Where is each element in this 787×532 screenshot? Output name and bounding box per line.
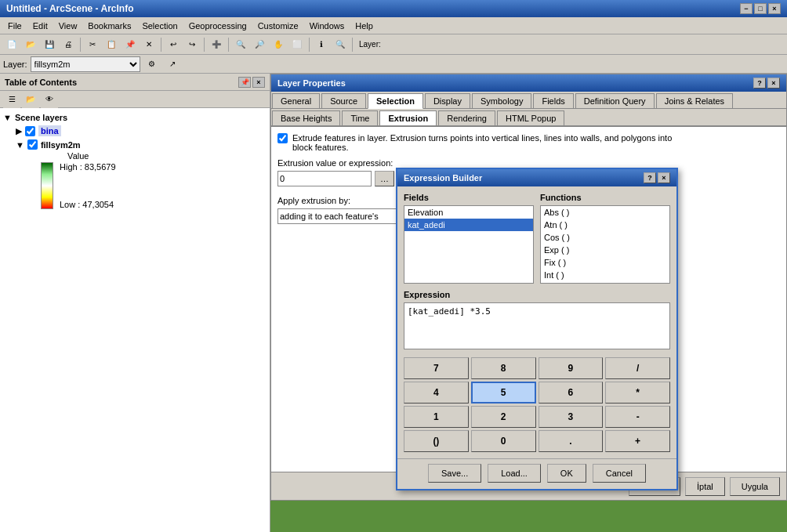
calc-9[interactable]: 9 xyxy=(539,357,604,379)
map-area: Layer Properties ? × General Source Sele… xyxy=(270,74,787,532)
expr-close-btn[interactable]: × xyxy=(658,172,670,183)
layer-label-static: Layer: xyxy=(359,40,381,49)
find-btn[interactable]: 🔍 xyxy=(332,36,349,53)
field-elevation[interactable]: Elevation xyxy=(404,206,533,219)
calc-2[interactable]: 2 xyxy=(471,406,536,428)
calc-dot[interactable]: . xyxy=(539,430,604,452)
bina-checkbox[interactable] xyxy=(25,126,35,136)
func-int[interactable]: Int ( ) xyxy=(541,269,669,281)
scene-expand-icon[interactable]: ▼ xyxy=(3,113,12,122)
layer-select-btn[interactable]: ↗ xyxy=(164,56,181,73)
expression-section: Expression [kat_adedi] *3.5 xyxy=(404,290,670,351)
menu-bookmarks[interactable]: Bookmarks xyxy=(83,20,136,32)
load-button[interactable]: Load... xyxy=(488,464,541,483)
fillsym2m-layer-name[interactable]: fillsym2m xyxy=(41,140,81,150)
menu-windows[interactable]: Windows xyxy=(305,20,350,32)
ok-button[interactable]: OK xyxy=(547,464,586,483)
bina-expand-icon[interactable]: ▶ xyxy=(16,126,22,136)
full-extent-btn[interactable]: ⬜ xyxy=(288,36,306,53)
expression-builder-dialog: Expression Builder ? × Fields Elevation … xyxy=(396,168,678,490)
undo-btn[interactable]: ↩ xyxy=(165,36,182,53)
toc-list-view-btn[interactable]: ☰ xyxy=(3,91,20,108)
calc-8[interactable]: 8 xyxy=(471,357,536,379)
calc-0[interactable]: 0 xyxy=(471,430,536,452)
menu-file[interactable]: File xyxy=(3,20,27,32)
layer-bar: Layer: fillsym2m ⚙ ↗ xyxy=(0,55,787,74)
add-data-btn[interactable]: ➕ xyxy=(208,36,225,53)
dialog-body: Fields Elevation kat_adedi Functions Abs… xyxy=(397,186,676,458)
calc-6[interactable]: 6 xyxy=(539,382,604,404)
zoom-in-btn[interactable]: 🔍 xyxy=(232,36,249,53)
menu-edit[interactable]: Edit xyxy=(28,20,53,32)
copy-btn[interactable]: 📋 xyxy=(103,36,120,53)
save-btn[interactable]: 💾 xyxy=(41,36,58,53)
fillsym2m-checkbox[interactable] xyxy=(27,139,38,150)
app-title: Untitled - ArcScene - ArcInfo xyxy=(6,3,133,14)
sep5 xyxy=(309,38,310,52)
toc-panel: Table of Contents 📌 × ☰ 📂 👁 ▼ Scene laye… xyxy=(0,74,270,532)
calc-paren[interactable]: () xyxy=(404,430,469,452)
toc-source-view-btn[interactable]: 📂 xyxy=(22,91,39,108)
menu-view[interactable]: View xyxy=(54,20,82,32)
identify-btn[interactable]: ℹ xyxy=(313,36,330,53)
save-button[interactable]: Save... xyxy=(428,464,481,483)
sep2 xyxy=(161,38,161,52)
layer-label: Layer: xyxy=(3,60,27,69)
menu-bar: File Edit View Bookmarks Selection Geopr… xyxy=(0,17,787,34)
open-btn[interactable]: 📂 xyxy=(22,36,39,53)
menu-selection[interactable]: Selection xyxy=(137,20,182,32)
toc-controls: 📌 × xyxy=(238,77,265,88)
func-atn[interactable]: Atn ( ) xyxy=(541,219,669,231)
sep1 xyxy=(80,38,81,52)
calc-4[interactable]: 4 xyxy=(404,382,469,404)
toc-pin-btn[interactable]: 📌 xyxy=(238,77,251,88)
fillsym2m-legend: Value High : 83,5679 Low : 47,3054 xyxy=(41,151,267,209)
calc-plus[interactable]: + xyxy=(605,430,670,452)
fields-label: Fields xyxy=(404,193,534,202)
toc-visibility-btn[interactable]: 👁 xyxy=(41,91,58,108)
sep3 xyxy=(204,38,205,52)
cut-btn[interactable]: ✂ xyxy=(84,36,101,53)
print-btn[interactable]: 🖨 xyxy=(60,36,77,53)
fields-list[interactable]: Elevation kat_adedi xyxy=(404,205,534,284)
calc-mul[interactable]: * xyxy=(605,382,670,404)
calc-3[interactable]: 3 xyxy=(539,406,604,428)
functions-list[interactable]: Abs ( ) Atn ( ) Cos ( ) Exp ( ) Fix ( ) … xyxy=(540,205,670,284)
redo-btn[interactable]: ↪ xyxy=(183,36,201,53)
maximize-button[interactable]: □ xyxy=(754,3,767,14)
expr-help-btn[interactable]: ? xyxy=(644,172,656,183)
legend-value-label: Value xyxy=(67,151,89,161)
calc-1[interactable]: 1 xyxy=(404,406,469,428)
minimize-button[interactable]: − xyxy=(740,3,753,14)
calc-minus[interactable]: - xyxy=(605,406,670,428)
func-fix[interactable]: Fix ( ) xyxy=(541,256,669,269)
fields-col: Fields Elevation kat_adedi xyxy=(404,193,534,284)
expression-input[interactable]: [kat_adedi] *3.5 xyxy=(404,302,670,349)
field-kat-adedi[interactable]: kat_adedi xyxy=(404,219,533,231)
delete-btn[interactable]: ✕ xyxy=(140,36,158,53)
func-abs[interactable]: Abs ( ) xyxy=(541,206,669,219)
layer-fillsym2m: ▼ fillsym2m Value High : 83,5679 Low : xyxy=(16,138,267,211)
paste-btn[interactable]: 📌 xyxy=(121,36,139,53)
calc-7[interactable]: 7 xyxy=(404,357,469,379)
functions-label: Functions xyxy=(540,193,670,202)
close-button[interactable]: × xyxy=(768,3,781,14)
bina-layer-name[interactable]: bina xyxy=(38,125,61,136)
menu-help[interactable]: Help xyxy=(350,20,378,32)
calc-div[interactable]: / xyxy=(605,357,670,379)
fillsym2m-expand-icon[interactable]: ▼ xyxy=(16,140,24,150)
zoom-out-btn[interactable]: 🔎 xyxy=(251,36,268,53)
func-exp[interactable]: Exp ( ) xyxy=(541,244,669,256)
calc-5[interactable]: 5 xyxy=(471,382,536,404)
layer-dropdown[interactable]: fillsym2m xyxy=(31,56,140,72)
menu-geoprocessing[interactable]: Geoprocessing xyxy=(184,20,252,32)
new-btn[interactable]: 📄 xyxy=(3,36,20,53)
toc-close-btn[interactable]: × xyxy=(252,77,265,88)
cancel-button[interactable]: Cancel xyxy=(593,464,646,483)
menu-customize[interactable]: Customize xyxy=(253,20,303,32)
func-cos[interactable]: Cos ( ) xyxy=(541,231,669,244)
pan-btn[interactable]: ✋ xyxy=(270,36,287,53)
layer-options-btn[interactable]: ⚙ xyxy=(143,56,161,73)
func-log[interactable]: Log ( ) xyxy=(541,281,669,284)
dialog-footer: Save... Load... OK Cancel xyxy=(397,458,676,489)
